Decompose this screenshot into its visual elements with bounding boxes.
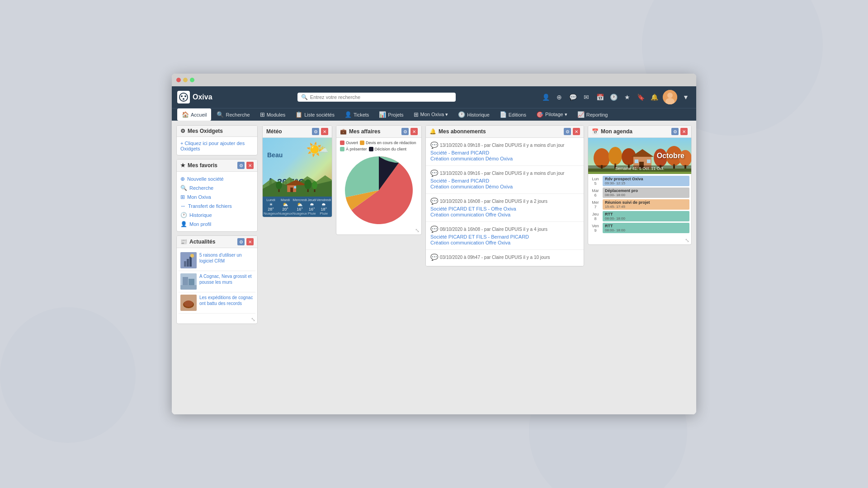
affaires-widget: 💼 Mes affaires ⚙ ✕ Ouvert: [336, 125, 422, 235]
fav-item-historique[interactable]: 🕐 Historique: [180, 211, 254, 220]
abonnement-link-1a[interactable]: Société - Bernard PICARD: [430, 150, 579, 155]
agenda-event-2[interactable]: Déplacement pro 08:00- 18:00: [603, 188, 689, 198]
menu-item-projets[interactable]: 📊 Projets: [374, 108, 408, 121]
chat-4-icon: 💬: [430, 225, 438, 233]
abonnements-close-button[interactable]: ✕: [573, 128, 580, 135]
dot-red[interactable]: [176, 78, 181, 82]
weather-close-button[interactable]: ✕: [321, 128, 328, 135]
affaires-title: 💼 Mes affaires: [340, 128, 380, 135]
dropdown-arrow[interactable]: ▼: [681, 92, 691, 102]
menu-item-modules[interactable]: ⊞ Modules: [255, 108, 290, 121]
chat-icon[interactable]: 💬: [568, 92, 578, 102]
fav-search-icon: 🔍: [180, 185, 187, 191]
oxidgets-panel: ⚙ Mes Oxidgets + Cliquez ici pour ajoute…: [176, 125, 258, 155]
agenda-event-4[interactable]: RTT 08:00- 18:00: [603, 211, 689, 221]
top-navbar: Oxiva 🔍 👤 ⊕ 💬 ✉ 📅 🕐 ★ 🔖 🔔: [172, 86, 696, 108]
agenda-event-5[interactable]: RTT 08:00- 18:00: [603, 223, 689, 233]
bookmark-icon[interactable]: 🔖: [636, 92, 646, 102]
agenda-gear-button[interactable]: ⚙: [671, 128, 679, 135]
affaires-gear-button[interactable]: ⚙: [401, 128, 409, 135]
affaires-close-button[interactable]: ✕: [410, 128, 418, 135]
abonnement-item-4: 💬 08/10/2020 à 16h08 - par Claire DUPUIS…: [426, 222, 584, 250]
agenda-close-button[interactable]: ✕: [680, 128, 688, 135]
dot-green[interactable]: [190, 78, 194, 82]
abonnement-link-2a[interactable]: Société - Bernard PICARD: [430, 178, 579, 183]
favorites-close-button[interactable]: ✕: [246, 162, 254, 169]
news-item-3[interactable]: Les expéditions de cognac ont battu des …: [179, 292, 255, 314]
oxidgets-add-button[interactable]: + Cliquez ici pour ajouter des Oxidgets: [177, 137, 257, 155]
abonnement-link-4b[interactable]: Création communication Offre Oxiva: [430, 240, 579, 245]
agenda-row-3: Mer 7 Réunion suivi de projet 15:45- 17:…: [590, 199, 689, 210]
menu-item-recherche[interactable]: 🔍 Recherche: [212, 108, 254, 121]
news-footer: ⤡: [177, 315, 257, 324]
menu-item-historique[interactable]: 🕐 Historique: [453, 108, 494, 121]
projets-icon: 📊: [379, 111, 386, 118]
favorites-gear-button[interactable]: ⚙: [237, 162, 245, 169]
menu-item-pilotage[interactable]: 🎯 Pilotage ▾: [532, 108, 572, 121]
email-icon[interactable]: ✉: [581, 92, 591, 102]
news-gear-button[interactable]: ⚙: [237, 238, 245, 245]
search-area: 🔍: [297, 93, 456, 102]
search-input[interactable]: [310, 94, 452, 100]
weather-gear-button[interactable]: ⚙: [312, 128, 319, 135]
dot-yellow[interactable]: [183, 78, 188, 82]
menu-item-reporting[interactable]: 📈 Reporting: [573, 108, 613, 121]
agenda-week-label: Semaine 41: 5 Oct..11 Oct.: [588, 165, 691, 172]
chat-3-icon: 💬: [430, 197, 438, 205]
abonnement-link-3b[interactable]: Création communication Offre Oxiva: [430, 212, 579, 217]
affaires-icon: 💼: [340, 128, 347, 135]
abonnement-link-1b[interactable]: Création communication Démo Oxiva: [430, 156, 579, 161]
news-text-1: 5 raisons d'utiliser un logiciel CRM: [199, 252, 254, 264]
news-item-2[interactable]: A Cognac, Neva grossit et pousse les mur…: [179, 271, 255, 292]
svg-point-5: [667, 93, 673, 98]
weather-title: Météo: [266, 128, 282, 135]
agenda-widget: 📅 Mon agenda ⚙ ✕: [588, 125, 692, 245]
news-close-button[interactable]: ✕: [246, 238, 254, 245]
search-box[interactable]: 🔍: [297, 93, 456, 102]
favorites-panel: ★ Mes favoris ⚙ ✕ ⊕ Nouvelle société: [176, 159, 258, 232]
agenda-event-3[interactable]: Réunion suivi de projet 15:45- 17:45: [603, 199, 689, 210]
browser-titlebar: [172, 74, 696, 86]
abonnements-actions: ⚙ ✕: [564, 128, 580, 135]
history-icon[interactable]: 🕐: [609, 92, 618, 102]
tickets-icon: 👤: [344, 111, 352, 118]
menu-item-editions[interactable]: 📄 Editions: [495, 108, 531, 121]
abonnement-link-2b[interactable]: Création communication Démo Oxiva: [430, 184, 579, 189]
fav-item-mon-oxiva[interactable]: ⊞ Mon Oxiva: [180, 192, 254, 202]
oxiva-icon: ⊞: [414, 111, 419, 118]
menu-item-liste-societes[interactable]: 📋 Liste sociétés: [291, 108, 339, 121]
menu-item-mon-oxiva[interactable]: ⊞ Mon Oxiva ▾: [409, 108, 453, 121]
add-icon[interactable]: ⊕: [554, 92, 564, 102]
abonnements-gear-button[interactable]: ⚙: [564, 128, 571, 135]
agenda-footer: ⤡: [588, 236, 691, 244]
svg-point-26: [276, 181, 282, 189]
fav-item-profil[interactable]: 👤 Mon profil: [180, 220, 254, 229]
menu-bar: 🏠 Accueil 🔍 Recherche ⊞ Modules 📋 Liste …: [172, 108, 696, 121]
svg-point-1: [181, 95, 183, 97]
fav-transfer-icon: ↔: [180, 203, 186, 209]
search-menu-icon: 🔍: [217, 111, 224, 118]
bell-icon[interactable]: 🔔: [649, 92, 659, 102]
fav-item-new-society[interactable]: ⊕ Nouvelle société: [180, 174, 254, 183]
star-icon[interactable]: ★: [622, 92, 632, 102]
avatar[interactable]: [663, 90, 677, 104]
menu-item-tickets[interactable]: 👤 Tickets: [340, 108, 373, 121]
abonnement-link-3a[interactable]: Société PICARD ET FILS - Offre Oxiva: [430, 206, 579, 211]
fav-item-recherche[interactable]: 🔍 Recherche: [180, 183, 254, 192]
legend-dot-devis: [360, 141, 364, 145]
weather-actions: ⚙ ✕: [312, 128, 328, 135]
calendar-icon[interactable]: 📅: [595, 92, 605, 102]
resize-icon: ⤡: [251, 316, 255, 323]
news-panel: 📰 Actualités ⚙ ✕: [176, 235, 258, 324]
fav-item-transfert[interactable]: ↔ Transfert de fichiers: [180, 202, 254, 211]
menu-item-accueil[interactable]: 🏠 Accueil: [177, 108, 211, 121]
news-item-1[interactable]: 5 raisons d'utiliser un logiciel CRM: [179, 250, 255, 271]
user-icon[interactable]: 👤: [541, 92, 551, 102]
agenda-event-1[interactable]: Rdv prospect Oxiva 09:30- 12:15: [603, 176, 689, 186]
oxidgets-title: ⚙ Mes Oxidgets: [180, 128, 223, 134]
news-text-2: A Cognac, Neva grossit et pousse les mur…: [199, 273, 254, 285]
browser-window: Oxiva 🔍 👤 ⊕ 💬 ✉ 📅 🕐 ★ 🔖 🔔: [172, 74, 696, 414]
svg-point-2: [184, 95, 186, 97]
favorites-title: ★ Mes favoris: [180, 162, 217, 169]
abonnement-link-4a[interactable]: Société PICARD ET FILS - Bernard PICARD: [430, 234, 579, 239]
